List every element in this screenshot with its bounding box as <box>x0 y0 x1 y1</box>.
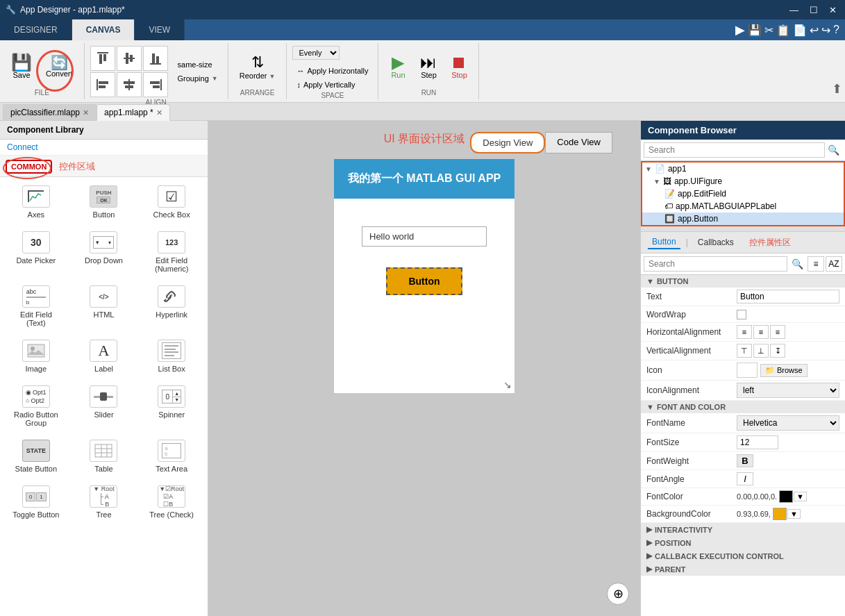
props-section-parent[interactable]: ▶ PARENT <box>641 563 845 576</box>
component-item-list-box[interactable]: List Box <box>138 334 205 378</box>
prop-value-text <box>737 290 839 303</box>
prop-valign-bottom[interactable]: ↧ <box>770 344 785 358</box>
prop-bold-button[interactable]: B <box>737 454 753 467</box>
component-item-hyperlink[interactable]: Hyperlink <box>138 280 205 333</box>
tree-item-editfield[interactable]: 📝 app.EditField <box>642 188 844 200</box>
stop-button[interactable]: ⏹ Stop <box>445 51 473 82</box>
align-center-btn[interactable] <box>117 72 142 97</box>
apply-horizontal-button[interactable]: ↔ Apply Horizontally <box>292 65 372 76</box>
grouping-button[interactable]: Grouping ▼ <box>174 73 222 84</box>
align-left-btn[interactable] <box>90 72 115 97</box>
prop-italic-button[interactable]: I <box>737 472 753 485</box>
file-tab-app1[interactable]: app1.mlapp * ✕ <box>97 104 170 121</box>
align-bottom-btn[interactable] <box>143 46 168 71</box>
component-item-date-picker[interactable]: 30 Date Picker <box>3 226 69 278</box>
run-button[interactable]: ▶ Run <box>384 51 412 82</box>
zoom-button[interactable]: ⊕ <box>607 583 629 605</box>
props-search-input[interactable] <box>644 256 787 272</box>
save-icon-toolbar[interactable]: 💾 <box>748 24 762 37</box>
component-item-toggle[interactable]: 0 1 Toggle Button <box>3 480 69 524</box>
component-item-image[interactable]: Image <box>3 334 69 378</box>
spacing-dropdown[interactable]: Evenly Custom <box>292 46 340 60</box>
redo-icon[interactable]: ↪ <box>821 24 830 37</box>
convert-button[interactable]: 🔄 Convert <box>40 53 78 81</box>
prop-select-fontname[interactable]: Helvetica Arial Times <box>737 415 839 431</box>
apply-vertical-button[interactable]: ↕ Apply Vertically <box>292 79 359 90</box>
prop-select-iconalign[interactable]: left right top bottom <box>737 383 839 398</box>
maximize-btn[interactable]: ☐ <box>807 5 821 15</box>
component-item-label[interactable]: A Label <box>71 334 137 378</box>
component-item-tree[interactable]: ▼ Root ├ A └ B Tree <box>71 480 137 524</box>
tab-designer[interactable]: DESIGNER <box>0 19 72 40</box>
component-item-edit-num[interactable]: 123 Edit Field (Numeric) <box>138 226 205 278</box>
component-item-table[interactable]: Table <box>71 434 137 478</box>
component-item-checkbox[interactable]: ☑ Check Box <box>138 180 205 224</box>
prop-bgcolor-swatch[interactable] <box>773 508 787 520</box>
props-section-font[interactable]: ▼ FONT AND COLOR <box>641 401 845 413</box>
design-view-button[interactable]: Design View <box>470 132 545 153</box>
props-tab-callbacks[interactable]: Callbacks <box>694 236 738 249</box>
component-item-state-button[interactable]: STATE State Button <box>3 434 69 478</box>
component-item-slider[interactable]: Slider <box>71 380 137 433</box>
prop-align-center[interactable]: ≡ <box>753 325 769 339</box>
prop-valign-middle[interactable]: ⊥ <box>753 344 769 358</box>
prop-bgcolor-dropdown[interactable]: ▼ <box>787 509 801 519</box>
tree-item-matlabguilabel[interactable]: 🏷 app.MATLABGUIAPPLabel <box>642 200 844 213</box>
browser-search-input[interactable] <box>644 142 825 158</box>
tab-view[interactable]: VIEW <box>135 19 185 40</box>
prop-valign-top[interactable]: ⊤ <box>737 344 752 358</box>
minimize-btn[interactable]: — <box>787 5 801 15</box>
tree-item-app1[interactable]: ▼ 📄 app1 <box>642 163 844 175</box>
canvas-input[interactable] <box>362 226 487 247</box>
props-view-list[interactable]: ≡ <box>808 256 824 272</box>
code-view-button[interactable]: Code View <box>545 132 612 153</box>
prop-fontcolor-dropdown[interactable]: ▼ <box>794 492 807 501</box>
run-icon-toolbar[interactable]: ▶ <box>735 22 745 38</box>
canvas-resize-handle[interactable]: ↘ <box>503 379 512 390</box>
props-tab-button[interactable]: Button <box>648 235 680 249</box>
close-btn[interactable]: ✕ <box>826 5 839 15</box>
props-view-sort[interactable]: AZ <box>826 256 842 272</box>
prop-input-fontsize[interactable] <box>737 435 778 449</box>
prop-align-right[interactable]: ≡ <box>770 325 785 339</box>
save-button[interactable]: 💾 Save <box>6 51 37 82</box>
file-tab-app1-close[interactable]: ✕ <box>156 108 162 117</box>
component-item-tree-check[interactable]: ▼☑Root ☑A ☐B Tree (Check) <box>138 480 205 524</box>
component-item-axes[interactable]: Axes <box>3 180 69 224</box>
canvas-button[interactable]: Button <box>386 267 462 295</box>
component-item-spinner[interactable]: 0 ▲ ▼ Spinner <box>138 380 205 433</box>
props-section-interactivity[interactable]: ▶ INTERACTIVITY <box>641 523 845 536</box>
props-section-button[interactable]: ▼ BUTTON <box>641 275 845 288</box>
component-item-radio-group[interactable]: ◉Opt1 ○Opt2 Radio Button Group <box>3 380 69 433</box>
tree-item-uifigure[interactable]: ▼ 🖼 app.UIFigure <box>642 175 844 188</box>
paste-icon[interactable]: 📄 <box>793 24 807 37</box>
same-size-button[interactable]: same-size <box>174 59 222 70</box>
align-top-btn[interactable] <box>90 46 115 71</box>
align-right-btn[interactable] <box>143 72 168 97</box>
reorder-button[interactable]: ⇅ Reorder ▼ <box>234 51 281 83</box>
component-item-button[interactable]: PUSH OK Button <box>71 180 137 224</box>
tree-item-button[interactable]: 🔲 app.Button <box>642 213 844 225</box>
props-section-position[interactable]: ▶ POSITION <box>641 536 845 549</box>
ribbon-collapse-btn[interactable]: ⬆ <box>832 81 842 97</box>
undo-icon[interactable]: ↩ <box>810 24 819 37</box>
component-item-html[interactable]: </> HTML <box>71 280 137 333</box>
prop-align-left[interactable]: ≡ <box>737 325 752 339</box>
prop-fontcolor-swatch[interactable] <box>779 490 793 503</box>
scissors-icon[interactable]: ✂ <box>764 24 773 37</box>
component-item-edit-text[interactable]: abc b Edit Field (Text) <box>3 280 69 333</box>
file-tab-picclassifier[interactable]: picClassifier.mlapp ✕ <box>3 104 97 120</box>
component-item-drop-down[interactable]: ▾▾ Drop Down <box>71 226 137 278</box>
prop-browse-button[interactable]: 📁 Browse <box>760 364 808 377</box>
props-section-callback[interactable]: ▶ CALLBACK EXECUTION CONTROL <box>641 549 845 563</box>
tab-canvas[interactable]: CANVAS <box>72 19 135 40</box>
step-button[interactable]: ⏭ Step <box>415 51 442 82</box>
file-tab-picclassifier-close[interactable]: ✕ <box>83 108 89 117</box>
copy-icon[interactable]: 📋 <box>776 24 790 37</box>
help-icon[interactable]: ? <box>833 24 839 36</box>
component-connect-link[interactable]: Connect <box>0 140 208 156</box>
prop-input-text[interactable] <box>737 290 839 303</box>
component-item-text-area[interactable]: a b Text Area <box>138 434 205 478</box>
align-middle-btn[interactable] <box>117 46 142 71</box>
prop-checkbox-wordwrap[interactable] <box>737 310 746 319</box>
